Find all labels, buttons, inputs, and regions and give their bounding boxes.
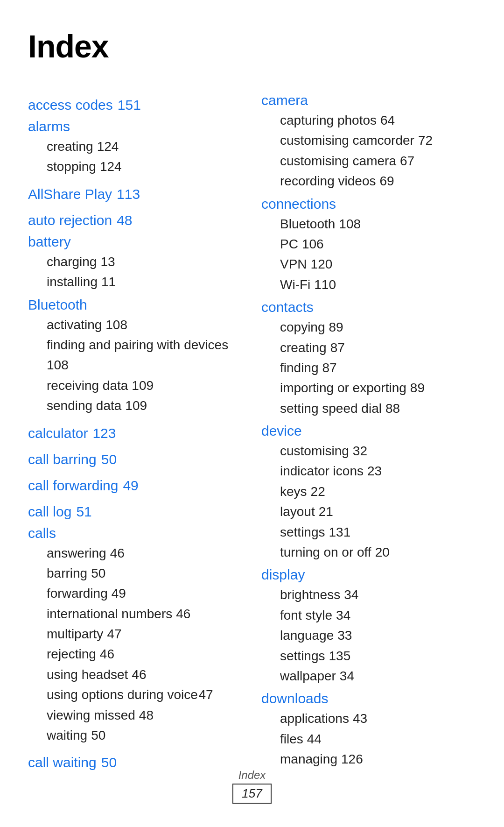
index-sub-entry: PC106 xyxy=(261,234,476,254)
index-sub-entry: capturing photos64 xyxy=(261,110,476,130)
sub-entry-label: answering xyxy=(47,543,106,563)
sub-entry-page: 109 xyxy=(125,396,147,416)
index-sub-entry: activating108 xyxy=(28,315,243,335)
sub-entry-label: Wi-Fi xyxy=(280,275,310,295)
sub-entry-page: 87 xyxy=(322,358,337,378)
sub-entry-page: 20 xyxy=(375,542,390,562)
sub-entry-label: stopping xyxy=(47,156,96,177)
index-sub-entry: customising camcorder72 xyxy=(261,130,476,150)
sub-entry-label: charging xyxy=(47,252,97,272)
index-sub-entry: Wi-Fi110 xyxy=(261,275,476,295)
sub-entry-page: 50 xyxy=(91,563,105,583)
sub-entry-label: sending data xyxy=(47,396,121,416)
sub-entry-label: using options during voice xyxy=(47,687,198,702)
index-heading: device xyxy=(261,423,476,439)
sub-entry-page: 46 xyxy=(110,543,125,563)
sub-entry-label: customising xyxy=(280,441,349,461)
sub-entry-page: 64 xyxy=(380,110,395,130)
sub-entry-page: 131 xyxy=(329,522,351,542)
sub-entry-label: files xyxy=(280,729,303,749)
index-heading: connections xyxy=(261,196,476,212)
sub-entry-label: keys xyxy=(280,481,307,502)
index-sub-entry: rejecting46 xyxy=(28,644,243,664)
sub-entry-page: 23 xyxy=(367,461,382,481)
sub-entry-label: applications xyxy=(280,708,349,728)
footer-page-number: 157 xyxy=(232,784,271,804)
sub-entry-label: brightness xyxy=(280,585,340,605)
sub-entry-page: 124 xyxy=(100,156,122,177)
sub-entry-page: 108 xyxy=(47,358,69,372)
index-sub-entry: managing126 xyxy=(261,749,476,769)
sub-entry-label: managing xyxy=(280,749,337,769)
index-heading-num: call barring50 xyxy=(28,447,243,468)
sub-entry-label: rejecting xyxy=(47,644,96,664)
index-sub-entry: international numbers46 xyxy=(28,604,243,624)
sub-entry-label: VPN xyxy=(280,254,307,274)
index-heading-num: calculator123 xyxy=(28,421,243,442)
index-sub-entry-long: finding and pairing with devices 108 xyxy=(28,335,243,375)
index-heading: downloads xyxy=(261,691,476,707)
sub-entry-page: 124 xyxy=(97,136,119,156)
sub-entry-label: indicator icons xyxy=(280,461,364,481)
sub-entry-label: turning on or off xyxy=(280,542,371,562)
index-sub-entry: customising camera67 xyxy=(261,151,476,171)
index-sub-entry: waiting50 xyxy=(28,725,243,745)
sub-entry-page: 11 xyxy=(101,272,116,292)
sub-entry-label: wallpaper xyxy=(280,666,336,686)
sub-entry-label: settings xyxy=(280,522,325,542)
sub-entry-label: finding and pairing with devices xyxy=(47,338,228,352)
sub-entry-label: waiting xyxy=(47,725,87,745)
sub-entry-label: viewing missed xyxy=(47,705,135,725)
index-columns: access codes151alarmscreating124stopping… xyxy=(28,88,476,772)
index-sub-entry: recording videos69 xyxy=(261,171,476,191)
sub-entry-label: using headset xyxy=(47,664,128,685)
sub-entry-page: 13 xyxy=(100,252,115,272)
sub-entry-label: copying xyxy=(280,317,325,337)
index-sub-entry: viewing missed48 xyxy=(28,705,243,725)
sub-entry-page: 47 xyxy=(199,687,213,702)
index-sub-entry: VPN120 xyxy=(261,254,476,274)
sub-entry-label: multiparty xyxy=(47,624,103,644)
sub-entry-page: 34 xyxy=(340,666,354,686)
index-heading: calls xyxy=(28,525,243,541)
sub-entry-page: 44 xyxy=(307,729,322,749)
index-sub-entry: brightness34 xyxy=(261,585,476,605)
sub-entry-page: 72 xyxy=(418,130,433,150)
sub-entry-page: 110 xyxy=(314,275,336,295)
index-sub-entry: indicator icons23 xyxy=(261,461,476,481)
sub-entry-page: 88 xyxy=(385,398,400,418)
sub-entry-page: 43 xyxy=(353,708,367,728)
index-heading: contacts xyxy=(261,299,476,315)
index-heading-num: auto rejection48 xyxy=(28,208,243,229)
index-sub-entry: answering46 xyxy=(28,543,243,563)
sub-entry-page: 49 xyxy=(112,583,126,603)
page-title: Index xyxy=(28,28,476,64)
sub-entry-label: creating xyxy=(47,136,93,156)
index-sub-entry: wallpaper34 xyxy=(261,666,476,686)
sub-entry-page: 46 xyxy=(100,644,114,664)
sub-entry-label: setting speed dial xyxy=(280,398,382,418)
index-sub-entry: installing11 xyxy=(28,272,243,292)
sub-entry-page: 108 xyxy=(339,214,361,234)
index-sub-entry: multiparty47 xyxy=(28,624,243,644)
sub-entry-page: 34 xyxy=(336,605,350,625)
index-sub-entry: forwarding49 xyxy=(28,583,243,603)
sub-entry-label: PC xyxy=(280,234,298,254)
sub-entry-label: installing xyxy=(47,272,98,292)
index-sub-entry: files44 xyxy=(261,729,476,749)
index-sub-entry: importing or exporting89 xyxy=(261,378,476,398)
sub-entry-label: forwarding xyxy=(47,583,108,603)
index-sub-entry: layout21 xyxy=(261,502,476,522)
index-heading-num: call log51 xyxy=(28,499,243,521)
sub-entry-label: recording videos xyxy=(280,171,376,191)
index-sub-entry: setting speed dial88 xyxy=(261,398,476,418)
sub-entry-page: 67 xyxy=(400,151,414,171)
index-sub-entry: copying89 xyxy=(261,317,476,337)
right-column: cameracapturing photos64customising camc… xyxy=(261,88,476,770)
footer-label: Index xyxy=(0,769,504,782)
index-sub-entry: keys22 xyxy=(261,481,476,502)
sub-entry-page: 47 xyxy=(107,624,121,644)
sub-entry-page: 109 xyxy=(132,375,154,396)
sub-entry-page: 46 xyxy=(132,664,146,685)
index-sub-entry: settings131 xyxy=(261,522,476,542)
